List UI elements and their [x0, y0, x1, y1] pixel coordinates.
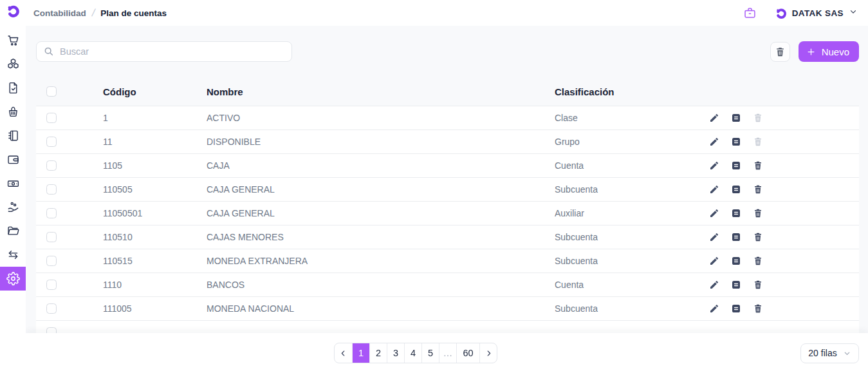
sidebar-item-wallet[interactable]	[0, 148, 26, 171]
briefcase-button[interactable]	[743, 6, 757, 20]
edit-row-button[interactable]	[708, 183, 721, 196]
sidebar-item-sales[interactable]	[0, 28, 26, 52]
details-icon	[731, 208, 741, 218]
edit-row-button[interactable]	[708, 302, 721, 315]
select-all-checkbox[interactable]	[46, 86, 57, 97]
page-button[interactable]: 60	[456, 343, 479, 363]
page-button[interactable]: 4	[404, 343, 421, 363]
sidebar-item-purchases[interactable]	[0, 100, 26, 124]
delete-row-button[interactable]	[752, 231, 764, 244]
row-checkbox[interactable]	[46, 184, 57, 195]
details-row-button[interactable]	[730, 183, 743, 196]
search-input[interactable]	[60, 46, 284, 57]
column-header-clasificacion: Clasificación	[555, 86, 708, 97]
cell-nombre: CAJA GENERAL	[207, 184, 555, 195]
page-button[interactable]: 1	[352, 343, 369, 363]
column-header-codigo: Código	[103, 86, 207, 97]
cell-clasificacion: Subcuenta	[555, 256, 708, 266]
row-checkbox[interactable]	[46, 208, 57, 218]
pencil-icon	[709, 160, 719, 171]
row-checkbox[interactable]	[46, 256, 57, 266]
cell-nombre: CAJAS MENORES	[207, 232, 555, 242]
toolbar: Nuevo	[36, 41, 859, 62]
table-body: 1 ACTIVO Clase	[36, 106, 859, 320]
row-checkbox[interactable]	[46, 137, 57, 147]
edit-row-button[interactable]	[708, 207, 721, 220]
details-row-button[interactable]	[730, 159, 743, 172]
details-row-button[interactable]	[730, 207, 743, 220]
breadcrumb-section[interactable]: Contabilidad	[33, 8, 86, 18]
row-checkbox[interactable]	[46, 232, 57, 242]
cell-codigo: 110510	[103, 232, 207, 242]
sidebar-item-ledger[interactable]	[0, 124, 26, 148]
pencil-icon	[709, 137, 719, 147]
delete-row-button	[752, 111, 764, 124]
table-row: 110505 CAJA GENERAL Subcuenta	[36, 177, 859, 201]
details-row-button[interactable]	[730, 278, 743, 291]
table-footer: 12345…60 20 filas	[26, 333, 868, 373]
column-header-nombre: Nombre	[207, 86, 555, 97]
sidebar-item-payroll[interactable]	[0, 195, 26, 219]
edit-row-button[interactable]	[708, 254, 721, 267]
packages-icon	[6, 57, 20, 71]
content: Nuevo Código Nombre Clasificación 1 ACTI…	[26, 26, 868, 333]
edit-row-button[interactable]	[708, 278, 721, 291]
row-checkbox[interactable]	[46, 280, 57, 290]
row-checkbox[interactable]	[46, 327, 57, 333]
pencil-icon	[709, 256, 719, 266]
app-logo[interactable]	[0, 0, 26, 22]
sidebar-item-files[interactable]	[0, 219, 26, 243]
new-button[interactable]: Nuevo	[799, 41, 859, 62]
next-page-button[interactable]	[479, 343, 497, 363]
pencil-icon	[709, 208, 719, 218]
cell-codigo: 1	[103, 113, 207, 123]
toolbar-actions: Nuevo	[770, 41, 859, 62]
cell-nombre: DISPONIBLE	[207, 137, 555, 147]
delete-row-button[interactable]	[752, 278, 764, 291]
edit-row-button[interactable]	[708, 231, 721, 244]
cell-nombre: MONEDA EXTRANJERA	[207, 256, 555, 266]
edit-row-button[interactable]	[708, 135, 721, 148]
pencil-icon	[709, 303, 719, 314]
brand-logo-small-icon	[775, 7, 787, 19]
edit-row-button[interactable]	[708, 111, 721, 124]
sidebar-item-settings[interactable]	[0, 267, 26, 291]
sidebar-item-transfers[interactable]	[0, 243, 26, 267]
pencil-icon	[709, 232, 719, 242]
details-row-button[interactable]	[730, 302, 743, 315]
sidebar-item-inventory[interactable]	[0, 52, 26, 76]
cell-codigo: 1105	[103, 160, 207, 171]
delete-row-button[interactable]	[752, 302, 764, 315]
rows-per-page-select[interactable]: 20 filas	[800, 343, 859, 363]
company-menu[interactable]: DATAK SAS	[775, 7, 858, 19]
bulk-delete-button[interactable]	[770, 42, 790, 62]
details-row-button[interactable]	[730, 254, 743, 267]
delete-row-button[interactable]	[752, 159, 764, 172]
details-row-button[interactable]	[730, 111, 743, 124]
delete-row-button[interactable]	[752, 207, 764, 220]
page-button[interactable]: 3	[387, 343, 404, 363]
cell-clasificacion: Cuenta	[555, 160, 708, 171]
details-icon	[731, 137, 741, 147]
delete-row-button	[752, 135, 764, 148]
chevron-left-icon	[339, 349, 347, 358]
delete-row-button[interactable]	[752, 254, 764, 267]
cell-clasificacion: Clase	[555, 113, 708, 123]
sidebar-item-documents[interactable]	[0, 76, 26, 100]
prev-page-button[interactable]	[335, 343, 352, 363]
page-button[interactable]: 2	[369, 343, 387, 363]
delete-row-button[interactable]	[752, 183, 764, 196]
row-checkbox[interactable]	[46, 303, 57, 314]
accounts-table: Código Nombre Clasificación 1 ACTIVO Cla…	[36, 77, 859, 333]
sidebar-item-cash[interactable]	[0, 171, 26, 195]
details-row-button[interactable]	[730, 135, 743, 148]
row-checkbox[interactable]	[46, 113, 57, 123]
row-checkbox[interactable]	[46, 160, 57, 171]
search-icon	[44, 46, 54, 57]
details-row-button[interactable]	[730, 231, 743, 244]
new-button-label: Nuevo	[822, 46, 849, 57]
page-button: …	[439, 343, 456, 363]
chevron-right-icon	[485, 349, 493, 358]
edit-row-button[interactable]	[708, 159, 721, 172]
page-button[interactable]: 5	[421, 343, 439, 363]
